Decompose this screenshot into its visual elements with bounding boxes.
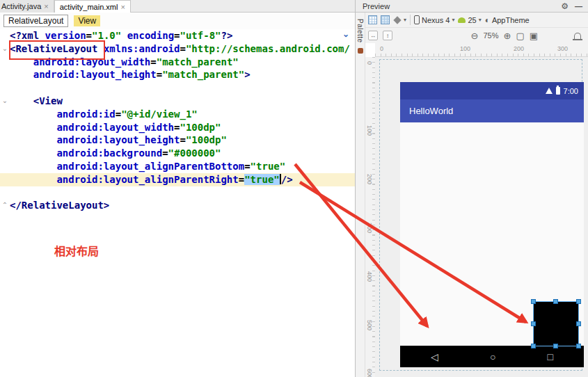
code-token: /> bbox=[281, 174, 293, 185]
hide-icon[interactable]: — bbox=[575, 2, 582, 10]
fold-icon[interactable]: ⌃ bbox=[1, 199, 9, 212]
code-token bbox=[10, 109, 56, 120]
gear-icon[interactable]: ⚙ bbox=[561, 1, 569, 11]
tab-label: activity_main.xml bbox=[60, 3, 118, 11]
fold-icon[interactable]: ⌄ bbox=[1, 42, 9, 56]
code-line[interactable]: android:layout_width="match_parent" bbox=[10, 56, 355, 69]
ruler-label: 100 bbox=[366, 125, 373, 136]
pane-divider[interactable] bbox=[355, 0, 356, 377]
resize-handle[interactable] bbox=[531, 321, 536, 326]
zoom-out-button[interactable]: ⊖ bbox=[471, 31, 479, 41]
close-icon[interactable]: × bbox=[44, 2, 48, 10]
notifications-icon[interactable] bbox=[574, 33, 581, 39]
api-level-selector[interactable]: 25 ▾ bbox=[458, 16, 481, 24]
resize-handle[interactable] bbox=[576, 321, 581, 326]
code-token: android:layout_alignParentRight bbox=[56, 174, 238, 185]
fold-icon[interactable]: ⌄ bbox=[1, 95, 9, 108]
resize-handle[interactable] bbox=[531, 299, 536, 304]
ruler-label: 100 bbox=[460, 45, 470, 52]
code-line[interactable] bbox=[10, 81, 355, 95]
zoom-actual-button[interactable]: ▣ bbox=[530, 31, 538, 41]
chevron-down-icon: ▾ bbox=[479, 17, 482, 23]
annotation-text: 相对布局 bbox=[54, 242, 99, 259]
code-token: "utf-8" bbox=[180, 30, 221, 41]
code-lines: <?xml version="1.0" encoding="utf-8"?><R… bbox=[10, 29, 355, 212]
preview-toolbar-zoom: ↔ ↕ ⊖ 75% ⊕ ▢ ▣ bbox=[365, 28, 588, 43]
ruler-label: 400 bbox=[366, 271, 373, 282]
code-token: ?> bbox=[221, 30, 233, 41]
code-line[interactable]: </RelativeLayout> bbox=[10, 199, 355, 212]
device-nav-bar: ◁ ○ □ bbox=[400, 346, 584, 367]
resize-handle[interactable] bbox=[553, 344, 558, 348]
code-line[interactable]: android:id="@+id/view_1" bbox=[10, 108, 355, 121]
code-line[interactable]: <RelativeLayout xmlns:android="http://sc… bbox=[10, 42, 355, 56]
code-line[interactable]: android:background="#000000" bbox=[10, 147, 355, 160]
theme-variant-icon bbox=[393, 16, 401, 24]
palette-tool-strip: Palette bbox=[356, 13, 365, 377]
code-token bbox=[10, 147, 56, 159]
code-token: = bbox=[116, 109, 121, 120]
code-line[interactable]: android:layout_alignParentBottom="true" bbox=[10, 160, 355, 173]
orientation-selector[interactable]: ▾ bbox=[393, 17, 406, 23]
editor-tabs: Activity.java × activity_main.xml × bbox=[0, 0, 131, 13]
code-token: <?xml bbox=[10, 30, 45, 41]
expand-vertical-icon[interactable]: ↕ bbox=[383, 31, 392, 40]
device-preview[interactable]: 7:00 HelloWorld ◁ ○ □ bbox=[400, 82, 584, 367]
ruler-label: 300 bbox=[366, 223, 373, 233]
code-token: "true" bbox=[244, 174, 280, 185]
code-token: "http://schemas.android.com/ bbox=[186, 43, 350, 54]
zoom-fit-button[interactable]: ▢ bbox=[516, 31, 524, 41]
palette-tab[interactable]: Palette bbox=[356, 19, 364, 43]
ruler-label: 0 bbox=[366, 61, 373, 65]
resize-handle[interactable] bbox=[576, 299, 581, 304]
code-token: = bbox=[157, 69, 162, 80]
breadcrumb-relativelayout[interactable]: RelativeLayout bbox=[3, 15, 68, 27]
code-line[interactable]: <?xml version="1.0" encoding="utf-8"?> bbox=[10, 29, 355, 42]
code-token bbox=[10, 134, 56, 145]
code-token: = bbox=[180, 134, 185, 145]
close-icon[interactable]: × bbox=[120, 3, 125, 11]
resize-handle[interactable] bbox=[576, 344, 581, 348]
code-line[interactable]: android:layout_alignParentRight="true"/> bbox=[0, 173, 355, 186]
device-content[interactable] bbox=[400, 122, 584, 346]
device-selector[interactable]: Nexus 4 ▾ bbox=[414, 15, 454, 24]
code-token: "match_parent" bbox=[162, 69, 244, 80]
tab-activity-main-xml[interactable]: activity_main.xml × bbox=[54, 0, 131, 13]
code-token: "100dp" bbox=[180, 122, 221, 133]
wifi-icon bbox=[546, 88, 553, 94]
code-line[interactable]: android:layout_width="100dp" bbox=[10, 121, 355, 134]
expand-horizontal-icon[interactable]: ↔ bbox=[368, 31, 378, 40]
code-line[interactable] bbox=[10, 186, 355, 200]
view-black-square[interactable] bbox=[534, 302, 578, 346]
code-line[interactable]: android:layout_height="100dp" bbox=[10, 134, 355, 147]
code-token bbox=[97, 43, 103, 54]
code-token: android:layout_height bbox=[56, 134, 180, 145]
code-token: = bbox=[174, 30, 180, 41]
code-line[interactable]: android:layout_height="match_parent"> bbox=[10, 68, 355, 81]
code-token bbox=[10, 95, 33, 106]
code-token: android:layout_alignParentBottom bbox=[56, 161, 244, 172]
design-surface-icon[interactable] bbox=[368, 15, 377, 24]
tab-activity-java[interactable]: Activity.java × bbox=[0, 0, 54, 13]
code-token: xmlns:android bbox=[104, 43, 180, 54]
zoom-in-button[interactable]: ⊕ bbox=[504, 31, 511, 41]
preview-panel-title: Preview bbox=[363, 2, 390, 10]
code-token bbox=[10, 122, 56, 133]
blueprint-surface-icon[interactable] bbox=[381, 15, 390, 24]
ruler-label: 300 bbox=[557, 45, 568, 52]
code-line[interactable]: <View bbox=[10, 95, 355, 108]
code-token bbox=[10, 56, 33, 67]
theme-selector[interactable]: ◐ AppTheme bbox=[485, 15, 530, 25]
ruler-label: 600 bbox=[366, 369, 373, 377]
code-token: encoding bbox=[127, 30, 174, 41]
android-icon bbox=[458, 17, 466, 23]
code-token: = bbox=[86, 30, 92, 41]
device-status-bar: 7:00 bbox=[400, 82, 584, 99]
resize-handle[interactable] bbox=[553, 299, 558, 304]
resize-handle[interactable] bbox=[531, 344, 536, 348]
code-editor[interactable]: ⌄⌄⌃⌃ <?xml version="1.0" encoding="utf-8… bbox=[0, 29, 355, 377]
code-token: android:layout_width bbox=[56, 122, 174, 133]
code-token: </RelativeLayout> bbox=[10, 200, 109, 211]
breadcrumb-view[interactable]: View bbox=[74, 15, 100, 26]
design-canvas[interactable]: 7:00 HelloWorld ◁ ○ □ bbox=[375, 57, 588, 377]
